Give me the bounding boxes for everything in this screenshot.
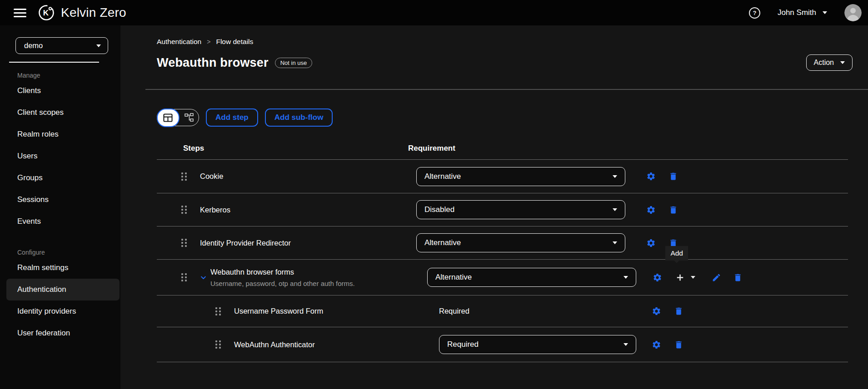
delete-button[interactable] xyxy=(668,172,678,181)
sidebar-item-events[interactable]: Events xyxy=(0,211,120,232)
add-subflow-button[interactable]: Add sub-flow xyxy=(265,108,333,127)
sidebar-item-sessions[interactable]: Sessions xyxy=(0,189,120,211)
row-actions xyxy=(652,306,683,316)
collapse-subflow-button[interactable] xyxy=(200,274,210,281)
realm-selector-value: demo xyxy=(24,41,43,50)
step-name: Cookie xyxy=(200,172,408,181)
action-button-label: Action xyxy=(814,59,834,67)
sidebar-item-realm-roles[interactable]: Realm roles xyxy=(0,123,120,145)
plus-icon xyxy=(675,272,685,283)
action-button[interactable]: Action xyxy=(806,54,853,71)
section-label-configure: Configure xyxy=(0,249,120,256)
table-row-cookie: Cookie Alternative xyxy=(157,159,848,193)
chevron-down-icon xyxy=(823,11,827,14)
flow-steps-table: Steps Requirement Cookie Alternative Ker… xyxy=(157,138,848,362)
tree-diagram-icon xyxy=(185,113,194,122)
sidebar-item-identity-providers[interactable]: Identity providers xyxy=(0,300,120,322)
delete-button[interactable] xyxy=(674,340,683,350)
sidebar-item-clients[interactable]: Clients xyxy=(0,80,120,102)
realm-selector[interactable]: demo xyxy=(15,37,108,54)
drag-handle-icon xyxy=(215,307,221,315)
row-actions xyxy=(646,172,678,181)
kelvin-zero-logo-icon: K xyxy=(37,4,55,22)
drag-handle[interactable] xyxy=(177,273,191,281)
add-options-button[interactable] xyxy=(691,276,695,279)
drag-handle[interactable] xyxy=(177,172,191,181)
section-label-manage: Manage xyxy=(0,72,120,79)
chevron-down-icon xyxy=(96,44,101,47)
chevron-down-icon xyxy=(840,61,845,64)
add-step-button[interactable]: Add step xyxy=(206,108,258,127)
pencil-icon xyxy=(712,273,721,282)
sidebar-item-user-federation[interactable]: User federation xyxy=(0,322,120,344)
delete-button[interactable] xyxy=(668,205,678,215)
gear-icon xyxy=(653,273,662,282)
table-row-identity-provider-redirector: Identity Provider Redirector Alternative… xyxy=(157,226,848,259)
subflow-name-block: Webauthn browser forms Username, passwor… xyxy=(210,268,408,287)
delete-button[interactable] xyxy=(733,273,743,282)
requirement-value: Alternative xyxy=(424,172,461,181)
table-row-webauthn-browser-forms: Webauthn browser forms Username, passwor… xyxy=(157,259,848,295)
requirement-select[interactable]: Alternative xyxy=(416,167,625,186)
chevron-down-icon xyxy=(613,208,617,211)
sidebar-item-users[interactable]: Users xyxy=(0,145,120,167)
diagram-view-toggle[interactable] xyxy=(180,109,199,126)
table-view-toggle[interactable] xyxy=(157,108,180,127)
chevron-down-icon xyxy=(613,241,617,244)
settings-button[interactable] xyxy=(646,238,656,248)
sidebar-item-groups[interactable]: Groups xyxy=(0,167,120,189)
requirement-select[interactable]: Required xyxy=(439,335,636,354)
requirement-value: Required xyxy=(408,307,636,315)
requirement-select[interactable]: Alternative xyxy=(427,268,636,287)
settings-button[interactable] xyxy=(646,205,656,215)
sidebar-item-realm-settings[interactable]: Realm settings xyxy=(0,257,120,279)
header-divider xyxy=(145,89,868,90)
page-header: Webauthn browser Not in use Action xyxy=(157,54,854,72)
sidebar-item-client-scopes[interactable]: Client scopes xyxy=(0,102,120,123)
settings-button[interactable] xyxy=(653,273,662,282)
user-name: John Smith xyxy=(778,8,816,17)
add-button[interactable] xyxy=(675,272,685,283)
step-name: WebAuthn Authenticator xyxy=(234,340,408,349)
trash-icon xyxy=(668,205,678,215)
trash-icon xyxy=(733,273,743,282)
requirement-select[interactable]: Alternative xyxy=(416,233,625,252)
drag-handle-icon xyxy=(181,206,187,214)
page-title: Webauthn browser xyxy=(157,56,269,70)
settings-button[interactable] xyxy=(652,306,661,316)
breadcrumb-authentication[interactable]: Authentication xyxy=(157,38,201,46)
main-content: Authentication > Flow details Webauthn b… xyxy=(120,25,868,389)
step-name: Webauthn browser forms xyxy=(210,268,408,276)
trash-icon xyxy=(674,340,683,350)
drag-handle[interactable] xyxy=(211,340,225,349)
help-glyph: ? xyxy=(753,10,756,16)
sidebar: demo Manage Clients Client scopes Realm … xyxy=(0,25,120,389)
requirement-value: Disabled xyxy=(424,205,454,214)
user-menu[interactable]: John Smith xyxy=(778,8,827,17)
help-icon[interactable]: ? xyxy=(749,7,760,19)
top-bar: K Kelvin Zero ? John Smith xyxy=(0,0,868,25)
avatar[interactable] xyxy=(844,4,862,21)
drag-handle[interactable] xyxy=(211,307,225,315)
delete-button[interactable] xyxy=(674,306,683,316)
sidebar-item-authentication[interactable]: Authentication xyxy=(6,279,120,300)
table-header: Steps Requirement xyxy=(157,138,848,159)
brand-title: Kelvin Zero xyxy=(61,5,126,20)
requirement-select[interactable]: Disabled xyxy=(416,200,625,219)
gear-icon xyxy=(646,238,656,248)
gear-icon xyxy=(652,340,661,350)
row-actions xyxy=(653,272,743,283)
chevron-down-icon xyxy=(200,274,207,281)
breadcrumb-separator: > xyxy=(207,38,210,45)
drag-handle-icon xyxy=(181,239,187,247)
view-toggle-group xyxy=(157,109,199,126)
drag-handle[interactable] xyxy=(177,239,191,247)
chevron-down-icon xyxy=(613,175,617,178)
hamburger-menu-icon[interactable] xyxy=(14,9,26,17)
settings-button[interactable] xyxy=(652,340,661,350)
edit-button[interactable] xyxy=(712,273,721,282)
chevron-down-icon xyxy=(624,343,628,346)
table-icon xyxy=(163,113,173,122)
drag-handle[interactable] xyxy=(177,206,191,214)
settings-button[interactable] xyxy=(646,172,656,181)
